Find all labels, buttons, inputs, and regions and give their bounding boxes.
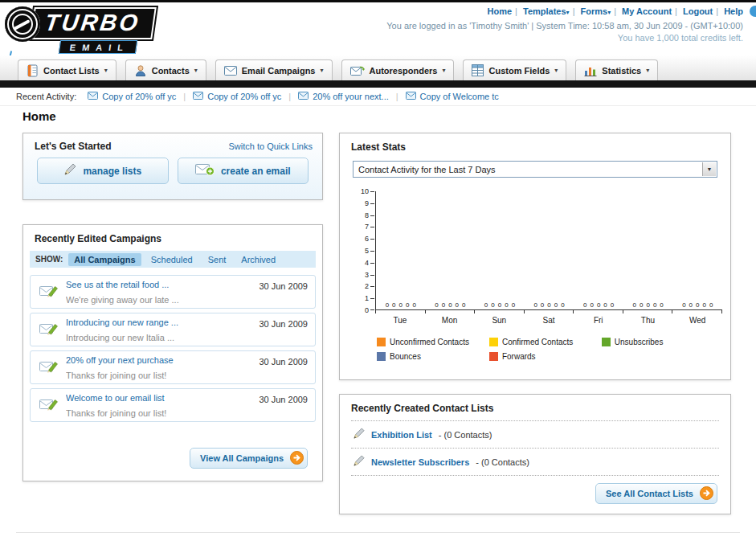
chevron-down-icon: ▾	[442, 67, 445, 74]
bar-value-label: 0	[682, 301, 685, 309]
bar-value-label: 0	[547, 301, 550, 309]
campaign-list-item[interactable]: See us at the retail food ... We're givi…	[30, 275, 316, 309]
bar-value-label: 0	[583, 301, 586, 309]
tab-contacts[interactable]: Contacts ▾	[125, 59, 206, 80]
recent-activity-item[interactable]: Copy of Welcome tc	[406, 92, 499, 101]
campaign-title-link[interactable]: Welcome to our email list	[66, 393, 259, 403]
campaign-list-item[interactable]: Introducing our new range ... Introducin…	[30, 313, 316, 346]
bar-value-label: 0	[633, 301, 636, 309]
legend-swatch	[602, 338, 611, 346]
tab-email-campaigns[interactable]: Email Campaigns ▾	[215, 59, 333, 80]
top-link-my-account[interactable]: My Account	[622, 6, 672, 16]
chevron-down-icon: ▼	[702, 162, 716, 176]
x-axis-tick	[524, 310, 525, 313]
recent-activity-link[interactable]: Copy of 20% off yc	[207, 92, 281, 101]
contact-list-link[interactable]: Exhibition List	[371, 430, 432, 440]
bar-value-label: 0	[392, 301, 395, 309]
recent-activity-link[interactable]: 20% off your next...	[313, 92, 389, 101]
campaign-title-link[interactable]: See us at the retail food ...	[66, 280, 259, 289]
tab-statistics[interactable]: Statistics ▾	[575, 59, 658, 80]
bar-value-label: 0	[653, 301, 656, 309]
campaign-subtitle: Thanks for joining our list!	[66, 408, 166, 418]
contact-list-item[interactable]: Exhibition List - (0 Contacts)	[351, 420, 719, 448]
chevron-down-icon: ▾	[194, 67, 198, 74]
recent-activity-link[interactable]: Copy of Welcome tc	[420, 92, 499, 101]
recent-activity-link[interactable]: Copy of 20% off yc	[102, 92, 176, 101]
logo-subtitle: EMAIL	[59, 40, 138, 54]
chevron-down-icon: ▾	[320, 67, 323, 74]
stats-period-select[interactable]: Contact Activity for the Last 7 Days ▼	[353, 161, 717, 178]
bar-value-label: 0	[386, 301, 389, 309]
x-axis-labels: TueMonSunSatFriThuWed	[375, 316, 722, 325]
bar-group-fri: 00000	[574, 301, 623, 309]
tab-autoresponders[interactable]: Autoresponders ▾	[341, 59, 455, 80]
campaign-edit-icon	[39, 396, 59, 415]
legend-swatch	[377, 338, 386, 346]
chart-plot-area: 00000000000000000000000000000000000	[375, 191, 722, 310]
bar-value-label: 0	[541, 301, 544, 309]
campaign-subtitle: Thanks for joining our list!	[66, 371, 166, 380]
campaign-list-item[interactable]: Welcome to our email list Thanks for joi…	[30, 388, 316, 422]
filter-sent[interactable]: Sent	[202, 253, 232, 266]
x-axis-tick	[425, 310, 426, 313]
create-email-button[interactable]: create an email	[178, 158, 309, 184]
bar-value-label: 0	[597, 301, 600, 309]
tab-custom-fields[interactable]: Custom Fields ▾	[463, 59, 566, 80]
credits-info: You have 1,000 total credits left.	[386, 33, 743, 43]
bar-value-label: 0	[484, 301, 488, 309]
stats-chart: 012345678910 000000000000000000000000000…	[354, 191, 722, 361]
bar-value-label: 0	[505, 301, 508, 309]
x-axis-ticks	[375, 310, 722, 313]
bar-value-label: 0	[498, 301, 501, 309]
bar-value-label: 0	[491, 301, 494, 309]
switch-quick-links[interactable]: Switch to Quick Links	[228, 141, 313, 151]
bar-value-label: 0	[435, 301, 438, 309]
tab-contact-lists[interactable]: Contact Lists ▾	[18, 59, 116, 80]
statistics-icon	[584, 65, 597, 76]
view-all-campaigns-button[interactable]: View All Campaigns	[190, 448, 308, 469]
contact-list-link[interactable]: Newsletter Subscribers	[371, 457, 469, 467]
see-all-contact-lists-button[interactable]: See All Contact Lists	[595, 483, 717, 504]
legend-item: Confirmed Contacts	[489, 338, 602, 346]
bar-value-label: 0	[660, 301, 663, 309]
y-axis-tick	[370, 263, 374, 264]
x-axis-label: Thu	[623, 316, 673, 325]
tab-label: Contacts	[152, 66, 190, 76]
chevron-down-icon: ▾	[566, 9, 570, 16]
separator: |	[515, 6, 517, 16]
top-link-logout[interactable]: Logout	[683, 6, 713, 16]
top-link-templates[interactable]: Templates	[523, 6, 566, 16]
campaign-title-link[interactable]: 20% off your next purchase	[66, 355, 259, 365]
campaign-edit-icon	[39, 321, 59, 339]
bar-value-label: 0	[512, 301, 515, 309]
legend-label: Forwards	[502, 352, 536, 361]
recent-activity-item[interactable]: 20% off your next...	[298, 92, 389, 101]
bar-group-mon: 00000	[426, 301, 476, 309]
campaign-list-item[interactable]: 20% off your next purchase Thanks for jo…	[30, 350, 316, 384]
contact-list-item[interactable]: Newsletter Subscribers - (0 Contacts)	[351, 448, 719, 476]
chevron-down-icon: ▾	[646, 67, 649, 74]
y-axis-tick	[370, 298, 374, 299]
chevron-down-icon: ▾	[104, 67, 108, 74]
contact-lists-icon	[27, 64, 39, 77]
app-logo[interactable]: TURBO EMAIL	[5, 6, 154, 54]
filter-archived[interactable]: Archived	[235, 253, 281, 266]
manage-lists-button[interactable]: manage lists	[37, 158, 169, 184]
top-link-home[interactable]: Home	[488, 6, 513, 16]
campaign-edit-icon	[39, 283, 59, 301]
y-axis-tick	[370, 309, 374, 310]
speedometer-icon	[5, 6, 40, 42]
campaign-date: 30 Jun 2009	[259, 357, 308, 367]
top-link-help[interactable]: Help	[724, 6, 743, 16]
bar-group-tue: 00000	[376, 301, 426, 309]
campaign-title-link[interactable]: Introducing our new range ...	[66, 318, 259, 327]
filter-scheduled[interactable]: Scheduled	[145, 253, 198, 266]
view-all-campaigns-label: View All Campaigns	[200, 453, 284, 463]
top-link-forms[interactable]: Forms	[581, 6, 608, 16]
email-campaigns-icon	[224, 66, 237, 76]
filter-all-campaigns[interactable]: All Campaigns	[68, 253, 141, 266]
recent-activity-item[interactable]: Copy of 20% off yc	[193, 92, 281, 101]
chart-legend: Unconfirmed ContactsConfirmed ContactsUn…	[377, 338, 717, 361]
main-nav: Contact Lists ▾ Contacts ▾ Email Campaig…	[0, 55, 756, 80]
recent-activity-item[interactable]: Copy of 20% off yc	[88, 92, 176, 101]
